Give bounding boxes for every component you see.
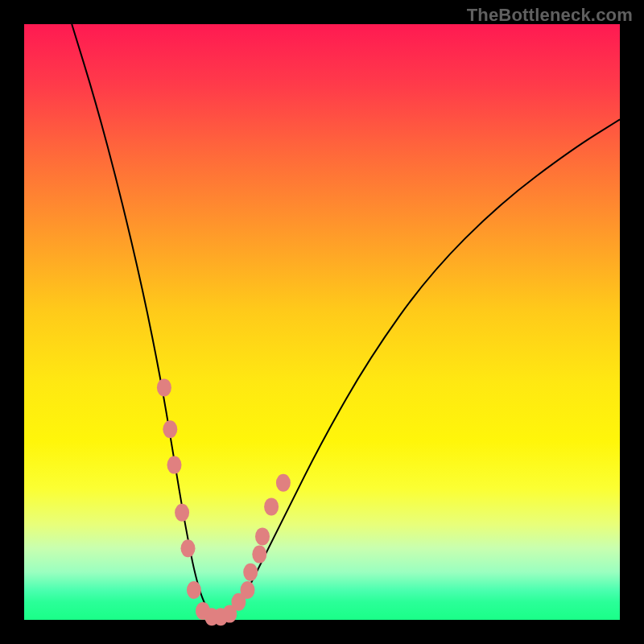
sample-dot xyxy=(157,378,171,396)
sample-dot xyxy=(264,497,279,515)
sample-dot xyxy=(167,456,182,474)
sample-dot xyxy=(187,581,201,599)
sample-dot xyxy=(252,546,266,564)
sample-dot xyxy=(163,420,177,438)
sample-dot xyxy=(175,504,189,522)
outer-frame: TheBottleneck.com xyxy=(0,0,644,644)
sample-dot xyxy=(255,527,270,545)
sample-dot xyxy=(181,539,196,557)
sample-dot xyxy=(276,474,291,492)
plot-area xyxy=(24,24,620,620)
watermark-text: TheBottleneck.com xyxy=(467,5,633,26)
sample-dot xyxy=(241,581,255,599)
chart-svg xyxy=(24,24,620,620)
sample-dot xyxy=(243,564,258,581)
sample-dots-group xyxy=(157,378,291,625)
bottleneck-curve xyxy=(72,24,620,618)
